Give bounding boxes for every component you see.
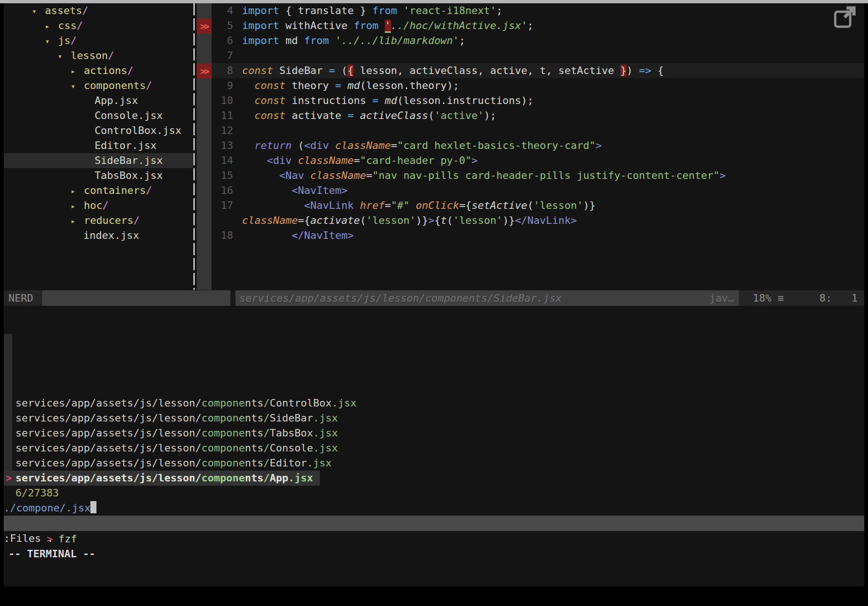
tree-item-sidebar-jsx[interactable]: SideBar.jsx <box>4 153 193 168</box>
code-text: return (<div className="card hexlet-basi… <box>238 138 602 153</box>
code-line[interactable]: 18 </NavItem> <box>212 228 864 243</box>
dir-slash: / <box>127 65 133 76</box>
statusbar-nerd-label: NERD <box>4 290 42 306</box>
code-text: <div className="card-header py-0"> <box>238 153 478 168</box>
fzf-result-row[interactable]: services/app/assets/js/lesson/components… <box>4 441 864 456</box>
folder-closed-arrow-icon[interactable]: ▸ <box>45 19 58 34</box>
code-line[interactable]: 12 <box>212 123 864 138</box>
file-name: App.jsx <box>95 95 138 106</box>
code-line[interactable]: 16 <NavItem> <box>212 183 864 198</box>
statusbar-file-path: services/app/assets/js/lesson/components… <box>235 290 562 306</box>
vim-command-line: :Files . <box>4 531 864 546</box>
nerdtree-pane[interactable]: ▾assets/▸css/▾js/▾lesson/▸actions/▾compo… <box>4 3 193 290</box>
tree-item-assets[interactable]: ▾assets/ <box>4 3 193 18</box>
fzf-result-row[interactable]: services/app/assets/js/lesson/components… <box>4 426 864 441</box>
fzf-result-row[interactable]: services/app/assets/js/lesson/components… <box>4 411 864 426</box>
tree-item-app-jsx[interactable]: App.jsx <box>4 93 193 108</box>
line-number: 11 <box>212 108 238 123</box>
tree-item-actions[interactable]: ▸actions/ <box>4 63 193 78</box>
tree-item-containers[interactable]: ▸containers/ <box>4 183 193 198</box>
code-text: import withActive from '../hoc/withActiv… <box>238 18 534 33</box>
code-line[interactable]: 17 <NavLink href="#" onClick={setActive(… <box>212 198 864 213</box>
line-number: 10 <box>212 93 238 108</box>
code-text: const instructions = md(lesson.instructi… <box>238 93 534 108</box>
tree-item-js[interactable]: ▾js/ <box>4 33 193 48</box>
dir-name: js <box>58 35 71 46</box>
code-line[interactable]: 15 <Nav className="nav nav-pills card-he… <box>212 168 864 183</box>
code-text: const theory = md(lesson.theory); <box>238 78 459 93</box>
tree-item-hoc[interactable]: ▸hoc/ <box>4 198 193 213</box>
folder-closed-arrow-icon[interactable]: ▸ <box>71 214 84 229</box>
folder-open-arrow-icon[interactable]: ▾ <box>32 4 45 19</box>
line-number: 14 <box>212 153 238 168</box>
dir-name: lesson <box>71 50 108 61</box>
code-line[interactable]: 6import md from '../../lib/markdown'; <box>212 33 864 48</box>
window-split-separator[interactable] <box>193 3 195 290</box>
dir-slash: / <box>82 5 88 16</box>
fzf-query-line[interactable]: ./compone/.jsx <box>4 501 864 516</box>
code-text: <NavItem> <box>238 183 347 198</box>
line-number: 5 <box>212 18 238 33</box>
line-number: 15 <box>212 168 238 183</box>
dir-name: css <box>58 20 77 31</box>
tree-item-tabsbox-jsx[interactable]: TabsBox.jsx <box>4 168 193 183</box>
line-number: 6 <box>212 33 238 48</box>
fzf-result-row-selected[interactable]: >services/app/assets/js/lesson/component… <box>4 471 320 486</box>
vim-window: ▾assets/▸css/▾js/▾lesson/▸actions/▾compo… <box>4 3 864 586</box>
code-editor-pane[interactable]: 4import { translate } from 'react-i18nex… <box>212 3 864 290</box>
dir-name: hoc <box>84 200 103 211</box>
dir-slash: / <box>71 35 77 46</box>
dir-name: assets <box>45 5 82 16</box>
dir-slash: / <box>108 50 114 61</box>
line-number: 9 <box>212 78 238 93</box>
file-name: TabsBox.jsx <box>95 170 163 181</box>
tree-item-index-jsx[interactable]: index.jsx <box>4 228 193 243</box>
folder-open-arrow-icon[interactable]: ▾ <box>71 79 84 94</box>
file-name: Console.jsx <box>95 110 163 121</box>
file-name: ControlBox.jsx <box>95 125 181 136</box>
terminal-statusline: >fzf <box>4 516 864 531</box>
folder-closed-arrow-icon[interactable]: ▸ <box>71 199 84 214</box>
statusbar-gap <box>230 290 235 306</box>
tree-item-reducers[interactable]: ▸reducers/ <box>4 213 193 228</box>
tree-item-console-jsx[interactable]: Console.jsx <box>4 108 193 123</box>
code-line[interactable]: 11 const activate = activeClass('active'… <box>212 108 864 123</box>
fzf-result-row[interactable]: services/app/assets/js/lesson/components… <box>4 396 864 411</box>
file-name: Editor.jsx <box>95 140 156 151</box>
dir-slash: / <box>77 20 83 31</box>
fzf-result-row[interactable]: services/app/assets/js/lesson/components… <box>4 456 864 471</box>
code-line[interactable]: 14 <div className="card-header py-0"> <box>212 153 864 168</box>
code-line[interactable]: 13 return (<div className="card hexlet-b… <box>212 138 864 153</box>
statusbar-position-segment: 18% ≡ 8: 1 <box>739 290 864 306</box>
lint-error-sign: >> <box>197 64 212 79</box>
tree-item-lesson[interactable]: ▾lesson/ <box>4 48 193 63</box>
code-text: const SideBar = ({ lesson, activeClass, … <box>238 63 664 78</box>
folder-open-arrow-icon[interactable]: ▾ <box>58 49 71 64</box>
tree-item-css[interactable]: ▸css/ <box>4 18 193 33</box>
code-text: className={activate('lesson')}>{t('lesso… <box>238 213 577 228</box>
code-line[interactable]: 9 const theory = md(lesson.theory); <box>212 78 864 93</box>
tree-item-editor-jsx[interactable]: Editor.jsx <box>4 138 193 153</box>
code-text: </NavItem> <box>238 228 353 243</box>
code-line[interactable]: 8const SideBar = ({ lesson, activeClass,… <box>212 63 864 78</box>
code-text <box>238 48 242 63</box>
code-line[interactable]: 5import withActive from '../hoc/withActi… <box>212 18 864 33</box>
folder-closed-arrow-icon[interactable]: ▸ <box>71 64 84 79</box>
file-name: index.jsx <box>83 229 139 241</box>
external-link-icon[interactable] <box>831 4 858 31</box>
statusbar: NERD services/app/assets/js/lesson/compo… <box>4 290 864 306</box>
line-number: 16 <box>212 183 238 198</box>
code-line[interactable]: 10 const instructions = md(lesson.instru… <box>212 93 864 108</box>
code-line[interactable]: 7 <box>212 48 864 63</box>
terminal-cursor <box>90 501 96 513</box>
folder-closed-arrow-icon[interactable]: ▸ <box>71 184 84 199</box>
terminal-pane[interactable]: services/app/assets/js/lesson/components… <box>4 306 864 586</box>
statusbar-file-segment: services/app/assets/js/lesson/components… <box>235 290 739 306</box>
sign-column: >>>> <box>197 3 212 290</box>
code-line[interactable]: 4import { translate } from 'react-i18nex… <box>212 3 864 18</box>
code-line[interactable]: className={activate('lesson')}>{t('lesso… <box>212 213 864 228</box>
tree-item-components[interactable]: ▾components/ <box>4 78 193 93</box>
tree-item-controlbox-jsx[interactable]: ControlBox.jsx <box>4 123 193 138</box>
folder-open-arrow-icon[interactable]: ▾ <box>45 34 58 49</box>
dir-name: components <box>84 80 146 91</box>
